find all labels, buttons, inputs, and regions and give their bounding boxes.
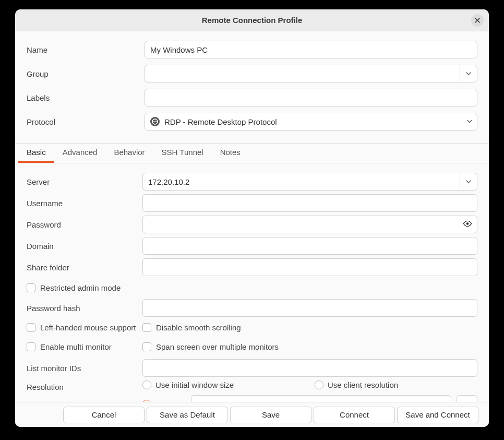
- tab-advanced[interactable]: Advanced: [54, 142, 106, 163]
- share-folder-label: Share folder: [27, 263, 142, 272]
- connect-button[interactable]: Connect: [314, 407, 395, 423]
- username-input[interactable]: [142, 194, 477, 212]
- protocol-label: Protocol: [27, 117, 145, 126]
- resolution-initial-label: Use initial window size: [155, 380, 234, 389]
- domain-label: Domain: [27, 242, 142, 251]
- tab-bar: Basic Advanced Behavior SSH Tunnel Notes: [15, 144, 489, 163]
- enable-multi-monitor-checkbox[interactable]: Enable multi monitor: [27, 342, 112, 351]
- restricted-admin-label: Restricted admin mode: [40, 283, 121, 292]
- left-handed-mouse-label: Left-handed mouse support: [40, 323, 136, 332]
- eye-icon: [463, 219, 472, 229]
- tab-behavior[interactable]: Behavior: [105, 142, 153, 163]
- radio-icon: [315, 380, 323, 389]
- reveal-password-button[interactable]: [463, 219, 472, 230]
- dialog-window: Remote Connection Profile Name Group: [15, 9, 489, 427]
- restricted-admin-checkbox[interactable]: Restricted admin mode: [27, 283, 121, 292]
- password-input[interactable]: [142, 216, 477, 233]
- password-hash-input[interactable]: [142, 299, 477, 317]
- tab-notes[interactable]: Notes: [212, 142, 249, 163]
- resolution-initial-radio[interactable]: Use initial window size: [142, 380, 234, 389]
- protocol-value: RDP - Remote Desktop Protocol: [164, 117, 277, 126]
- close-icon: [474, 17, 481, 23]
- span-screen-checkbox[interactable]: Span screen over multiple monitors: [142, 342, 279, 351]
- checkbox-icon: [27, 342, 35, 351]
- close-button[interactable]: [471, 14, 484, 27]
- cancel-button[interactable]: Cancel: [63, 407, 145, 423]
- rdp-protocol-icon: [150, 117, 160, 126]
- name-input[interactable]: [145, 41, 477, 58]
- server-input[interactable]: [142, 173, 460, 191]
- group-label: Group: [27, 69, 145, 78]
- share-folder-input[interactable]: [142, 258, 477, 276]
- username-label: Username: [27, 199, 142, 208]
- chevron-down-icon: [466, 117, 473, 126]
- checkbox-icon: [27, 283, 35, 292]
- password-label: Password: [27, 220, 142, 229]
- checkbox-icon: [27, 323, 35, 332]
- server-label: Server: [27, 177, 142, 186]
- group-combo[interactable]: [145, 65, 477, 82]
- domain-input[interactable]: [142, 237, 477, 255]
- list-monitor-ids-input[interactable]: [142, 359, 477, 377]
- resolution-client-label: Use client resolution: [328, 380, 398, 389]
- chevron-down-icon: [465, 179, 472, 185]
- resolution-label: Resolution: [27, 380, 142, 391]
- radio-icon: [142, 380, 151, 389]
- tab-ssh-tunnel[interactable]: SSH Tunnel: [153, 142, 212, 163]
- resolution-client-radio[interactable]: Use client resolution: [315, 380, 398, 389]
- dialog-footer: Cancel Save as Default Save Connect Save…: [15, 402, 489, 427]
- server-dropdown-button[interactable]: [460, 173, 477, 191]
- disable-smooth-scrolling-checkbox[interactable]: Disable smooth scrolling: [142, 323, 241, 332]
- span-screen-label: Span screen over multiple monitors: [156, 342, 279, 351]
- checkbox-icon: [142, 342, 151, 351]
- tab-basic[interactable]: Basic: [18, 142, 54, 163]
- list-monitor-ids-label: List monitor IDs: [27, 364, 142, 373]
- labels-label: Labels: [27, 93, 145, 102]
- titlebar: Remote Connection Profile: [15, 9, 489, 31]
- checkbox-icon: [142, 323, 151, 332]
- svg-point-1: [466, 222, 469, 225]
- save-and-connect-button[interactable]: Save and Connect: [397, 407, 478, 423]
- profile-header-form: Name Group Labels Prot: [15, 31, 489, 144]
- group-input[interactable]: [145, 65, 460, 82]
- left-handed-mouse-checkbox[interactable]: Left-handed mouse support: [27, 323, 136, 332]
- server-combo[interactable]: [142, 173, 477, 191]
- chevron-down-icon: [465, 70, 472, 77]
- protocol-select[interactable]: RDP - Remote Desktop Protocol: [145, 113, 477, 130]
- dialog-title: Remote Connection Profile: [202, 16, 303, 25]
- group-dropdown-button[interactable]: [460, 65, 477, 82]
- save-as-default-button[interactable]: Save as Default: [147, 407, 228, 423]
- name-label: Name: [27, 45, 145, 54]
- labels-input[interactable]: [145, 89, 477, 106]
- enable-multi-monitor-label: Enable multi monitor: [40, 342, 112, 351]
- save-button[interactable]: Save: [230, 407, 311, 423]
- password-hash-label: Password hash: [27, 304, 142, 313]
- dialog-content: Name Group Labels Prot: [15, 31, 489, 425]
- disable-smooth-scrolling-label: Disable smooth scrolling: [156, 323, 241, 332]
- tab-basic-body: Server Username Password: [15, 163, 489, 425]
